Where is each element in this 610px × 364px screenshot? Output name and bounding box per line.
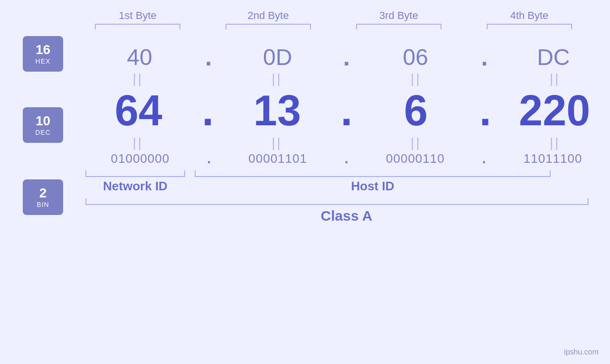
hex-b4: DC: [511, 44, 596, 70]
bracket-byte1: [95, 24, 180, 29]
dec-b2: 13: [235, 86, 320, 135]
eq1-b3: ||: [373, 71, 459, 86]
dec-b1: 64: [96, 86, 181, 135]
eq2-b1: ||: [95, 135, 181, 150]
bracket-byte4: [487, 24, 572, 29]
equals-row-2: || || || ||: [85, 135, 608, 150]
eq2-b2: ||: [235, 135, 320, 150]
rows-with-badges: 16 HEX 40 . 0D . 06 . DC || || || || 10 …: [0, 29, 610, 224]
bin-badge-num: 2: [39, 186, 47, 201]
top-bracket-row: [73, 24, 595, 29]
eq2-b3: ||: [373, 135, 459, 150]
hex-b1: 40: [97, 44, 182, 70]
bin-badge: 2 BIN: [23, 179, 63, 215]
dec-dot3: .: [479, 86, 491, 135]
bin-b4: 11011100: [510, 151, 596, 166]
byte4-label: 4th Byte: [482, 9, 577, 22]
hex-dot3: .: [481, 43, 488, 71]
dec-b4: 220: [512, 86, 597, 135]
class-bracket: [85, 198, 589, 205]
dec-dot1: .: [202, 86, 214, 135]
bin-b3: 00000110: [373, 151, 458, 166]
bracket-byte2: [225, 24, 311, 29]
id-labels-row: Network ID Host ID: [85, 179, 608, 194]
bin-b1: 01000000: [97, 151, 183, 166]
class-label: Class A: [85, 208, 608, 224]
bin-b2: 00001101: [235, 151, 320, 166]
dec-b3: 6: [373, 86, 459, 135]
bin-row: 01000000 . 00001101 . 00000110 . 1101110…: [85, 150, 608, 167]
byte1-label: 1st Byte: [90, 9, 185, 22]
hex-dot2: .: [343, 43, 350, 71]
bottom-bracket-area: [85, 170, 608, 177]
hex-row: 40 . 0D . 06 . DC: [85, 43, 608, 71]
host-bracket: [195, 170, 551, 177]
class-bracket-area: Class A: [85, 198, 608, 224]
eq1-b4: ||: [512, 71, 598, 86]
network-id-label: Network ID: [85, 179, 185, 194]
hex-badge-num: 16: [36, 43, 50, 57]
watermark: ipshu.com: [564, 348, 599, 356]
main-container: 1st Byte 2nd Byte 3rd Byte 4th Byte 16 H…: [0, 0, 610, 364]
eq1-b2: ||: [235, 71, 320, 86]
byte-headers: 1st Byte 2nd Byte 3rd Byte 4th Byte: [73, 9, 595, 22]
hex-b2: 0D: [235, 44, 320, 70]
bin-dot1: .: [207, 150, 211, 167]
eq1-b1: ||: [95, 71, 181, 86]
net-bracket: [85, 170, 185, 177]
byte2-label: 2nd Byte: [221, 9, 316, 22]
hex-badge-label: HEX: [36, 57, 51, 65]
byte3-label: 3rd Byte: [351, 9, 446, 22]
dec-badge-label: DEC: [35, 129, 51, 136]
hex-badge: 16 HEX: [23, 36, 63, 72]
bin-dot3: .: [482, 150, 486, 167]
hex-b3: 06: [373, 44, 458, 70]
dec-badge-num: 10: [36, 114, 50, 129]
dec-row: 64 . 13 . 6 . 220: [85, 86, 608, 135]
bracket-byte3: [356, 24, 441, 29]
equals-row-1: || || || ||: [85, 71, 608, 86]
bin-badge-label: BIN: [37, 201, 49, 208]
eq2-b4: ||: [512, 135, 598, 150]
bin-dot2: .: [345, 150, 348, 167]
dec-badge: 10 DEC: [23, 107, 63, 143]
dec-dot2: .: [340, 86, 352, 135]
host-id-label: Host ID: [195, 179, 551, 194]
hex-dot1: .: [205, 43, 212, 71]
